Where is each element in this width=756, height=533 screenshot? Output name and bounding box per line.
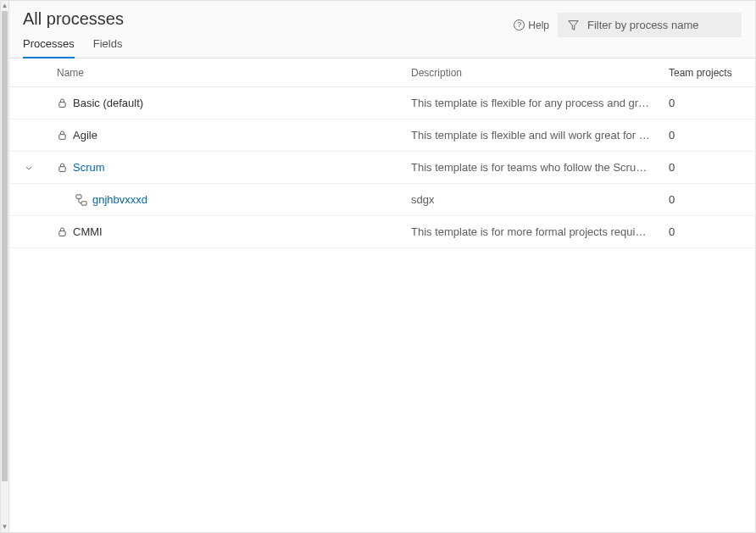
column-header-description[interactable]: Description <box>411 67 665 79</box>
process-description: This template is flexible and will work … <box>411 129 665 142</box>
page-header: All processes Processes Fields ? Help <box>9 1 755 58</box>
app-frame: ▲ ▼ All processes Processes Fields ? Hel… <box>0 0 756 533</box>
table-row[interactable]: Scrum This template is for teams who fol… <box>9 152 755 184</box>
team-project-count: 0 <box>665 193 742 206</box>
process-description: This template is for more formal project… <box>411 225 665 238</box>
process-name-link[interactable]: gnjhbvxxxd <box>92 193 147 206</box>
svg-rect-2 <box>59 167 65 172</box>
team-project-count: 0 <box>665 161 742 174</box>
grid-header-row: Name Description Team projects <box>9 58 755 87</box>
svg-rect-3 <box>76 194 81 197</box>
help-icon: ? <box>514 19 525 31</box>
team-project-count: 0 <box>665 225 742 238</box>
tab-fields[interactable]: Fields <box>93 37 123 58</box>
filter-input[interactable] <box>586 18 731 32</box>
svg-rect-4 <box>81 201 86 204</box>
table-row[interactable]: Basic (default) This template is flexibl… <box>9 87 755 119</box>
tab-processes[interactable]: Processes <box>23 37 75 58</box>
vertical-scrollbar[interactable]: ▲ ▼ <box>1 1 9 532</box>
lock-icon <box>57 130 68 141</box>
team-project-count: 0 <box>665 129 742 142</box>
help-link[interactable]: ? Help <box>514 19 549 31</box>
column-header-name[interactable]: Name <box>57 67 411 79</box>
inherited-process-icon <box>75 194 87 206</box>
chevron-down-icon[interactable] <box>23 164 35 172</box>
lock-icon <box>57 162 68 173</box>
svg-rect-5 <box>59 231 65 236</box>
table-row[interactable]: Agile This template is flexible and will… <box>9 119 755 152</box>
page-title: All processes <box>23 9 124 29</box>
process-description: This template is for teams who follow th… <box>411 161 665 174</box>
tab-bar: Processes Fields <box>23 37 124 58</box>
svg-rect-1 <box>59 135 65 140</box>
process-description: This template is flexible for any proces… <box>411 97 665 109</box>
team-project-count: 0 <box>665 97 742 109</box>
process-name: CMMI <box>73 225 103 238</box>
process-grid: Name Description Team projects Basic (de… <box>9 58 755 532</box>
scroll-up-arrow-icon[interactable]: ▲ <box>2 1 8 11</box>
help-label: Help <box>528 19 549 31</box>
process-name: Agile <box>73 129 97 142</box>
process-name-link[interactable]: Scrum <box>73 161 105 174</box>
table-row[interactable]: CMMI This template is for more formal pr… <box>9 216 755 248</box>
process-description: sdgx <box>411 193 665 206</box>
filter-box[interactable] <box>558 13 742 37</box>
main-content: All processes Processes Fields ? Help <box>9 1 755 532</box>
filter-icon <box>568 19 579 31</box>
svg-rect-0 <box>59 103 65 108</box>
lock-icon <box>57 97 68 108</box>
table-row[interactable]: gnjhbvxxxd sdgx 0 <box>9 184 755 216</box>
column-header-team-projects[interactable]: Team projects <box>665 67 742 79</box>
lock-icon <box>57 226 68 237</box>
process-name: Basic (default) <box>73 97 143 109</box>
scroll-down-arrow-icon[interactable]: ▼ <box>2 522 8 532</box>
scroll-thumb[interactable] <box>2 11 8 481</box>
scroll-track[interactable] <box>1 11 8 522</box>
